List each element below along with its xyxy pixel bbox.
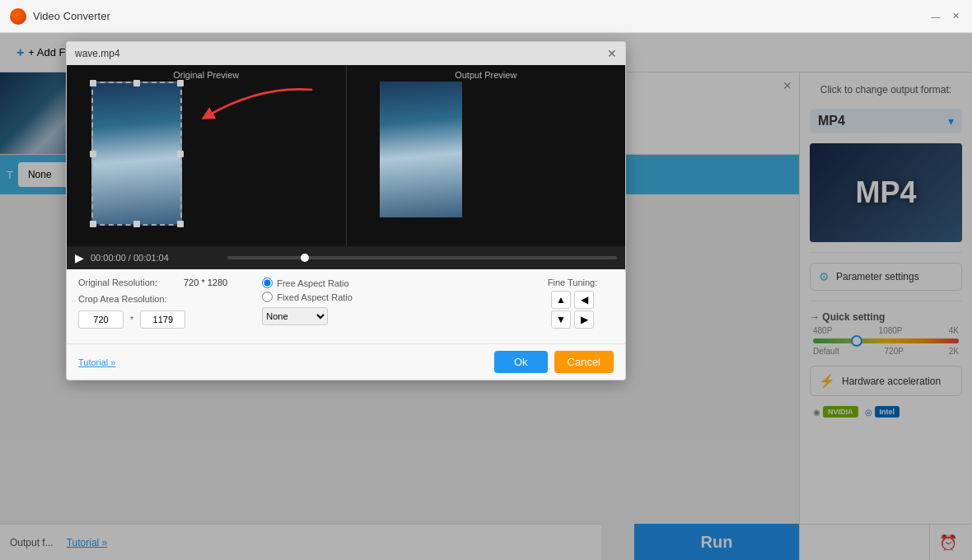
close-button[interactable]: ✕	[949, 10, 962, 23]
modal-settings-area: Original Resolution: 720 * 1280 Crop Are…	[67, 269, 625, 343]
original-resolution-label: Original Resolution:	[78, 278, 177, 287]
original-resolution-value: 720 * 1280	[184, 278, 227, 287]
progress-track[interactable]	[227, 256, 617, 259]
crop-modal-overlay: wave.mp4 ✕ Original Preview	[0, 33, 972, 560]
play-button[interactable]: ▶	[75, 251, 84, 264]
fine-tune-up-button[interactable]: ▲	[551, 291, 571, 309]
crop-handle-top-middle[interactable]	[133, 80, 140, 86]
crop-area[interactable]	[91, 82, 182, 226]
output-preview-video	[347, 65, 626, 246]
free-aspect-ratio-row: Free Aspect Ratio	[262, 278, 518, 288]
original-preview-video	[67, 65, 346, 246]
fine-tuning-column: Fine Tuning: ▲ ▼ ◀ ▶	[531, 278, 614, 335]
crop-handle-top-right[interactable]	[177, 80, 184, 86]
output-preview-label: Output Preview	[455, 70, 516, 80]
crop-handle-bottom-left[interactable]	[90, 221, 96, 227]
fixed-aspect-radio[interactable]	[262, 292, 273, 302]
modal-playback-controls: ▶ 00:00:00 / 00:01:04	[67, 246, 625, 269]
crop-area-label: Crop Area Resolution:	[78, 294, 177, 304]
free-aspect-label: Free Aspect Ratio	[277, 278, 348, 288]
minimize-button[interactable]: —	[929, 10, 942, 23]
crop-resolution-inputs: *	[78, 310, 249, 329]
crop-handle-top-left[interactable]	[90, 80, 96, 86]
fine-tune-horizontal: ◀ ▶	[574, 291, 594, 329]
modal-title: wave.mp4	[75, 48, 120, 59]
crop-handle-bottom-middle[interactable]	[133, 221, 140, 227]
fixed-aspect-ratio-row: Fixed Aspect Ratio	[262, 292, 518, 302]
modal-tutorial-link[interactable]: Tutorial »	[78, 357, 115, 367]
fine-tune-left-button[interactable]: ◀	[574, 291, 594, 309]
ok-button[interactable]: Ok	[494, 351, 548, 373]
progress-handle[interactable]	[301, 254, 309, 262]
resolution-separator: *	[130, 315, 133, 324]
aspect-preset-row: None	[262, 307, 518, 325]
fine-tuning-controls: ▲ ▼ ◀ ▶	[551, 291, 594, 329]
fine-tune-vertical: ▲ ▼	[551, 291, 571, 329]
output-video-frame	[380, 82, 462, 217]
aspect-preset-select[interactable]: None	[262, 307, 328, 325]
app-logo	[10, 8, 26, 25]
time-display: 00:00:00 / 00:01:04	[91, 253, 221, 263]
title-bar: Video Converter — ✕	[0, 0, 972, 33]
output-preview-pane: Output Preview	[347, 65, 626, 246]
fine-tuning-label: Fine Tuning:	[548, 278, 598, 287]
crop-area-resolution-row: Crop Area Resolution:	[78, 294, 249, 304]
crop-height-input[interactable]	[140, 310, 185, 329]
settings-center-column: Free Aspect Ratio Fixed Aspect Ratio Non…	[262, 278, 518, 335]
footer-tutorial: Tutorial »	[78, 356, 488, 368]
modal-footer: Tutorial » Ok Cancel	[67, 343, 625, 380]
fixed-aspect-label: Fixed Aspect Ratio	[277, 292, 353, 302]
original-preview-pane: Original Preview	[67, 65, 346, 246]
window-controls: — ✕	[929, 10, 962, 23]
fine-tune-right-button[interactable]: ▶	[574, 310, 594, 329]
original-preview-label: Original Preview	[173, 70, 239, 80]
crop-handle-bottom-right[interactable]	[177, 221, 184, 227]
settings-left-column: Original Resolution: 720 * 1280 Crop Are…	[78, 278, 249, 335]
modal-titlebar: wave.mp4 ✕	[67, 42, 625, 65]
app-title: Video Converter	[33, 10, 929, 22]
modal-preview-area: Original Preview	[67, 65, 625, 246]
original-resolution-row: Original Resolution: 720 * 1280	[78, 278, 249, 287]
fine-tune-down-button[interactable]: ▼	[551, 310, 571, 329]
crop-handle-left-middle[interactable]	[90, 151, 96, 157]
free-aspect-radio[interactable]	[262, 278, 273, 288]
modal-close-button[interactable]: ✕	[607, 47, 617, 60]
crop-handle-right-middle[interactable]	[177, 151, 184, 157]
crop-width-input[interactable]	[78, 310, 124, 329]
crop-modal: wave.mp4 ✕ Original Preview	[66, 41, 626, 380]
cancel-button[interactable]: Cancel	[554, 351, 614, 373]
